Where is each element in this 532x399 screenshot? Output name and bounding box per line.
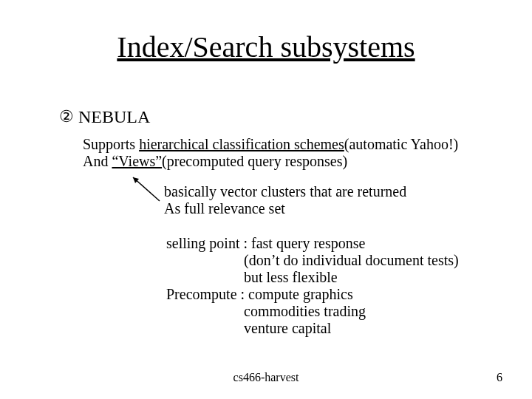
supports-block: Supports hierarchical classification sch… [83, 136, 458, 170]
svg-line-0 [133, 177, 160, 201]
supports-line2-underlined: “Views” [112, 153, 162, 169]
supports-line-1: Supports hierarchical classification sch… [83, 136, 458, 153]
supports-line1-post: (automatic Yahoo!) [344, 136, 458, 152]
supports-line2-post: (precomputed query responses) [162, 153, 347, 169]
arrow-icon [127, 176, 164, 205]
footer-text: cs466-harvest [0, 371, 532, 384]
svg-marker-1 [133, 177, 139, 183]
bullet-nebula: ② NEBULA [59, 107, 150, 127]
vector-line-2: As full relevance set [164, 200, 406, 217]
slide: Index/Search subsystems ② NEBULA Support… [0, 0, 532, 399]
supports-line1-underlined: hierarchical classification schemes [139, 136, 344, 152]
slide-title: Index/Search subsystems [0, 30, 532, 64]
page-number: 6 [497, 371, 502, 384]
bullet-label: NEBULA [78, 107, 150, 126]
supports-line1-pre: Supports [83, 136, 139, 152]
supports-line2-pre: And [83, 153, 112, 169]
supports-line-2: And “Views”(precomputed query responses) [83, 153, 458, 170]
selling-block: selling point : fast query response (don… [166, 235, 459, 337]
vector-block: basically vector clusters that are retur… [164, 183, 406, 217]
bullet-marker-icon: ② [59, 107, 74, 126]
vector-line-1: basically vector clusters that are retur… [164, 183, 406, 200]
